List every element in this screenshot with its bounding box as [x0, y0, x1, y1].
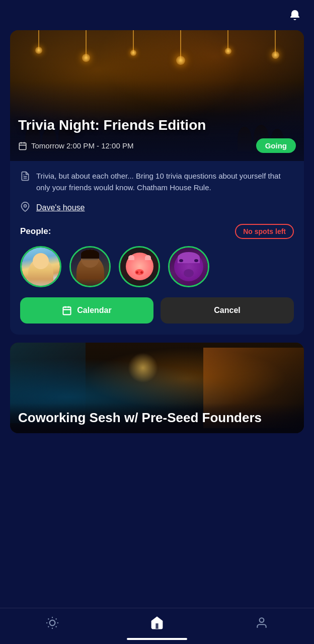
- bell-icon[interactable]: [288, 8, 302, 22]
- svg-line-15: [56, 626, 57, 627]
- location-link[interactable]: Dave's house: [36, 203, 85, 212]
- svg-point-6: [24, 204, 27, 207]
- nav-item-profile[interactable]: [209, 608, 314, 640]
- lightbulb-icon: [46, 616, 59, 632]
- avatar-1[interactable]: [20, 246, 61, 287]
- document-icon: [20, 171, 30, 194]
- going-badge: Going: [256, 138, 296, 153]
- event-time: Tomorrow 2:00 PM - 12:00 PM: [18, 141, 133, 150]
- avatar-2[interactable]: [69, 246, 111, 287]
- avatar-4[interactable]: [168, 246, 209, 287]
- home-icon: [150, 616, 164, 633]
- people-header: People: No spots left: [20, 224, 294, 239]
- calendar-button[interactable]: Calendar: [20, 297, 153, 324]
- people-label: People:: [20, 226, 51, 236]
- no-spots-badge: No spots left: [235, 224, 294, 239]
- cancel-button[interactable]: Cancel: [161, 297, 294, 324]
- event-card-2: Coworking Sesh w/ Pre-Seed Founders: [10, 343, 304, 433]
- calendar-btn-icon: [62, 305, 72, 315]
- calendar-icon: [18, 141, 27, 150]
- location-icon: [20, 202, 30, 214]
- svg-line-18: [48, 626, 49, 627]
- event-title: Trivia Night: Friends Edition: [18, 117, 296, 133]
- svg-line-19: [56, 618, 57, 619]
- description-row: Trivia, but about each other... Bring 10…: [20, 170, 294, 194]
- event2-title-overlay: Coworking Sesh w/ Pre-Seed Founders: [10, 403, 304, 433]
- people-section: People: No spots left: [20, 224, 294, 287]
- svg-point-11: [50, 620, 55, 625]
- svg-point-20: [260, 618, 264, 622]
- svg-line-14: [48, 618, 49, 619]
- event2-title: Coworking Sesh w/ Pre-Seed Founders: [18, 410, 296, 426]
- event2-hero: Coworking Sesh w/ Pre-Seed Founders: [10, 343, 304, 433]
- profile-icon: [255, 616, 268, 632]
- avatars-row: [20, 246, 294, 287]
- event-card-1: Trivia Night: Friends Edition Tomorrow 2…: [10, 30, 304, 335]
- svg-rect-7: [63, 307, 71, 314]
- nav-item-discover[interactable]: [0, 608, 105, 640]
- event-hero-image: Trivia Night: Friends Edition Tomorrow 2…: [10, 30, 304, 161]
- nav-item-home[interactable]: [105, 608, 209, 640]
- svg-rect-0: [19, 143, 26, 150]
- top-bar: [0, 0, 314, 26]
- location-row: Dave's house: [20, 202, 294, 214]
- bottom-nav: [0, 608, 314, 644]
- card-body: Trivia, but about each other... Bring 10…: [10, 161, 304, 335]
- hero-overlay: Trivia Night: Friends Edition Tomorrow 2…: [10, 109, 304, 161]
- avatar-3[interactable]: [119, 246, 160, 287]
- home-indicator: [127, 638, 187, 640]
- buttons-row: Calendar Cancel: [20, 297, 294, 324]
- event-description: Trivia, but about each other... Bring 10…: [36, 170, 294, 194]
